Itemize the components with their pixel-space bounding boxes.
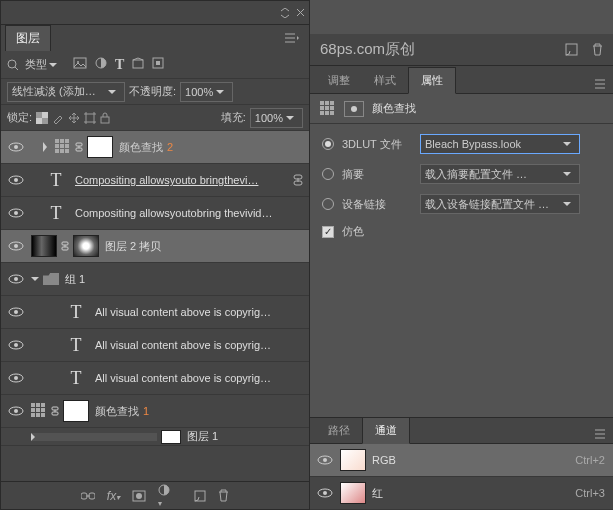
disclosure-icon[interactable] bbox=[31, 277, 39, 281]
filter-smart-icon[interactable] bbox=[152, 57, 164, 73]
svg-point-34 bbox=[14, 376, 18, 380]
tab-adjust[interactable]: 调整 bbox=[316, 68, 362, 93]
layer-group-row[interactable]: 组 1 bbox=[1, 263, 309, 296]
tab-paths[interactable]: 路径 bbox=[316, 418, 362, 443]
link-mask-icon[interactable] bbox=[61, 241, 69, 251]
dither-checkbox[interactable]: ✓ bbox=[322, 226, 334, 238]
lock-label: 锁定: bbox=[7, 110, 32, 125]
layer-name[interactable]: 组 1 bbox=[65, 272, 309, 287]
layer-name[interactable]: Compositing allowsyouto bringthevi… bbox=[75, 174, 293, 186]
mask-icon[interactable] bbox=[132, 490, 146, 502]
layer-row[interactable]: T All visual content above is copyrig… bbox=[1, 329, 309, 362]
radio-device[interactable] bbox=[322, 198, 334, 210]
filter-row: 类型 T bbox=[1, 51, 309, 79]
layer-row[interactable]: 图层 2 拷贝 bbox=[1, 230, 309, 263]
channel-name[interactable]: 红 bbox=[372, 486, 575, 501]
mask-thumbnail[interactable] bbox=[87, 136, 113, 158]
channel-thumbnail[interactable] bbox=[340, 449, 366, 471]
channel-row[interactable]: 红 Ctrl+3 bbox=[310, 477, 613, 510]
lut-select[interactable]: Bleach Bypass.look bbox=[420, 134, 580, 154]
filter-pixel-icon[interactable] bbox=[73, 57, 87, 73]
fx-icon[interactable]: fx▾ bbox=[107, 489, 120, 503]
link-mask-icon[interactable] bbox=[75, 142, 83, 152]
tab-style[interactable]: 样式 bbox=[362, 68, 408, 93]
layer-row[interactable]: T Compositing allowsyoutobring thevivid… bbox=[1, 197, 309, 230]
filter-adjust-icon[interactable] bbox=[95, 57, 107, 73]
filter-shape-icon[interactable] bbox=[132, 57, 144, 73]
title-bar: 68ps.com原创 bbox=[310, 34, 613, 66]
layer-row[interactable]: 图层 1 bbox=[1, 428, 309, 446]
filter-type-icon[interactable]: T bbox=[115, 57, 124, 73]
tab-properties[interactable]: 属性 bbox=[408, 67, 456, 94]
trash-icon[interactable] bbox=[218, 489, 229, 502]
mask-indicator-icon[interactable] bbox=[344, 101, 364, 117]
layer-row[interactable]: T All visual content above is copyrig… bbox=[1, 362, 309, 395]
layer-name[interactable]: All visual content above is copyrig… bbox=[95, 339, 309, 351]
radio-3dlut[interactable] bbox=[322, 138, 334, 150]
visibility-toggle[interactable] bbox=[1, 175, 31, 185]
layer-name[interactable]: All visual content above is copyrig… bbox=[95, 306, 309, 318]
link-layers-icon[interactable] bbox=[81, 491, 95, 501]
visibility-toggle[interactable] bbox=[1, 340, 31, 350]
lock-artboard-icon[interactable] bbox=[84, 112, 96, 124]
mask-thumbnail[interactable] bbox=[63, 400, 89, 422]
new-icon[interactable] bbox=[565, 43, 578, 56]
lock-position-icon[interactable] bbox=[68, 112, 80, 124]
layer-thumbnail[interactable] bbox=[31, 235, 57, 257]
layer-row[interactable]: T Compositing allowsyouto bringthevi… bbox=[1, 164, 309, 197]
visibility-toggle[interactable] bbox=[310, 455, 340, 465]
layer-row[interactable]: T All visual content above is copyrig… bbox=[1, 296, 309, 329]
mask-thumbnail[interactable] bbox=[73, 235, 99, 257]
svg-rect-25 bbox=[62, 242, 68, 245]
opacity-input[interactable]: 100% bbox=[180, 82, 233, 102]
fill-input[interactable]: 100% bbox=[250, 108, 303, 128]
svg-point-46 bbox=[351, 106, 357, 112]
visibility-toggle[interactable] bbox=[1, 373, 31, 383]
collapse-icon[interactable] bbox=[280, 8, 290, 18]
channel-shortcut: Ctrl+2 bbox=[575, 454, 605, 466]
visibility-toggle[interactable] bbox=[1, 406, 31, 416]
tab-channels[interactable]: 通道 bbox=[362, 417, 410, 444]
visibility-toggle[interactable] bbox=[310, 488, 340, 498]
channel-thumbnail[interactable] bbox=[340, 482, 366, 504]
new-layer-icon[interactable] bbox=[194, 490, 206, 502]
layer-row[interactable]: 颜色查找1 bbox=[1, 395, 309, 428]
visibility-toggle[interactable] bbox=[1, 274, 31, 284]
panel-menu-icon[interactable] bbox=[279, 31, 305, 45]
layer-name[interactable]: All visual content above is copyrig… bbox=[95, 372, 309, 384]
trash-icon[interactable] bbox=[592, 43, 603, 56]
new-adjustment-icon[interactable]: ▾ bbox=[158, 484, 170, 508]
blend-mode-select[interactable]: 线性减淡 (添加… bbox=[7, 82, 125, 102]
tab-layers[interactable]: 图层 bbox=[5, 25, 51, 51]
layer-thumbnail[interactable] bbox=[161, 430, 181, 444]
layer-name[interactable]: 图层 1 bbox=[187, 429, 309, 444]
visibility-toggle[interactable] bbox=[1, 142, 31, 152]
layer-row[interactable]: 颜色查找2 bbox=[1, 131, 309, 164]
close-icon[interactable] bbox=[296, 8, 305, 17]
layer-name[interactable]: 颜色查找1 bbox=[95, 404, 309, 419]
panel-menu-icon[interactable] bbox=[591, 75, 613, 93]
visibility-toggle[interactable] bbox=[1, 307, 31, 317]
svg-rect-44 bbox=[195, 491, 205, 501]
disclosure-icon[interactable] bbox=[31, 433, 157, 441]
lock-all-icon[interactable] bbox=[100, 112, 110, 124]
layer-name[interactable]: Compositing allowsyoutobring thevivid… bbox=[75, 207, 309, 219]
abstract-select[interactable]: 载入摘要配置文件 … bbox=[420, 164, 580, 184]
search-icon[interactable] bbox=[7, 59, 19, 71]
link-mask-icon[interactable] bbox=[51, 406, 59, 416]
lock-transparency-icon[interactable] bbox=[36, 112, 48, 124]
svg-rect-8 bbox=[42, 118, 48, 124]
filter-kind-select[interactable]: 类型 bbox=[23, 55, 65, 75]
lock-pixels-icon[interactable] bbox=[52, 112, 64, 124]
channel-name[interactable]: RGB bbox=[372, 454, 575, 466]
svg-rect-37 bbox=[52, 407, 58, 410]
channel-row[interactable]: RGB Ctrl+2 bbox=[310, 444, 613, 477]
panel-menu-icon[interactable] bbox=[591, 425, 613, 443]
visibility-toggle[interactable] bbox=[1, 241, 31, 251]
layer-name[interactable]: 颜色查找2 bbox=[119, 140, 309, 155]
visibility-toggle[interactable] bbox=[1, 208, 31, 218]
svg-point-30 bbox=[14, 310, 18, 314]
layer-name[interactable]: 图层 2 拷贝 bbox=[105, 239, 309, 254]
radio-abstract[interactable] bbox=[322, 168, 334, 180]
device-select[interactable]: 载入设备链接配置文件 … bbox=[420, 194, 580, 214]
